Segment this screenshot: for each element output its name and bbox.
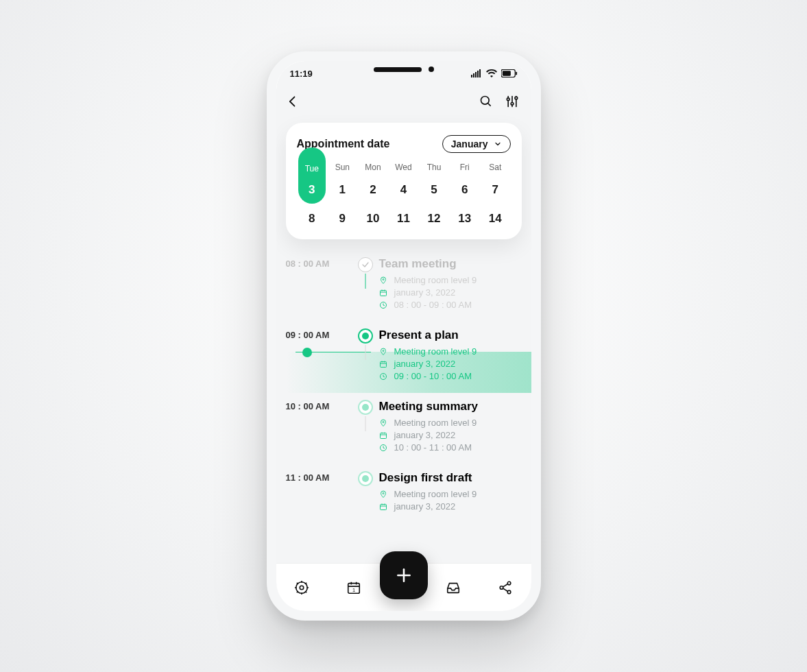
svg-rect-2 [475,72,477,77]
clock-icon [379,372,387,381]
bottom-nav: 1 [276,563,531,611]
timeline-row[interactable]: 08 : 00 AM Team meeting Meeting room lev… [276,253,531,324]
clock-icon [379,301,387,309]
day-number[interactable]: 8 [297,208,328,230]
day-number[interactable]: 14 [480,208,511,230]
calendar-selected-col[interactable]: Tue 3 [297,163,328,201]
timeline-row[interactable]: 11 : 00 AM Design first draft Meeting ro… [276,467,531,526]
add-button[interactable] [380,551,428,599]
time-label: 11 : 00 AM [286,471,352,483]
pin-icon [379,276,387,285]
screen: 11:19 [276,61,531,611]
event-date: january 3, 2022 [394,359,456,369]
notch [374,67,434,72]
svg-point-22 [383,350,384,351]
plus-icon [395,566,413,584]
svg-rect-17 [380,290,386,296]
event-title: Meeting summary [379,400,522,413]
phone-mockup: 11:19 [267,51,541,621]
svg-text:1: 1 [352,586,355,592]
svg-line-60 [503,588,507,591]
chevron-down-icon [494,140,502,148]
day-number[interactable]: 12 [419,208,450,230]
status-bar: 11:19 [276,61,531,86]
calendar-icon [379,289,387,297]
calendar-grid: Sun Mon Tue 3 Wed Thu Fri Sat 1 2 4 5 6 … [297,163,511,230]
day-number[interactable]: 13 [449,208,480,230]
svg-point-15 [515,97,518,99]
time-label: 10 : 00 AM [286,400,352,411]
day-number[interactable]: 1 [327,179,358,201]
svg-point-16 [383,278,384,280]
event-location: Meeting room level 9 [394,275,477,285]
event-date: january 3, 2022 [394,501,456,512]
battery-icon [501,69,518,77]
day-number[interactable]: 4 [388,179,419,201]
svg-point-34 [383,492,384,494]
svg-rect-35 [380,504,386,509]
event-range: 10 : 00 - 11 : 00 AM [394,442,472,453]
filter-icon[interactable] [505,95,519,108]
dow: Wed [388,163,419,172]
dow: Fri [449,163,480,172]
day-number: 3 [297,179,328,201]
event-range: 08 : 00 - 09 : 00 AM [394,300,472,310]
event-location: Meeting room level 9 [394,346,477,357]
month-label: January [451,139,488,149]
top-bar [276,86,531,117]
back-button[interactable] [286,95,300,108]
dow: Thu [419,163,450,172]
svg-point-11 [507,98,509,101]
day-number[interactable]: 2 [358,179,389,201]
month-selector[interactable]: January [442,135,511,153]
day-number[interactable]: 5 [419,179,450,201]
event-location: Meeting room level 9 [394,418,477,428]
svg-line-59 [503,584,507,587]
event-date: january 3, 2022 [394,287,456,298]
nav-calendar[interactable]: 1 [328,580,380,595]
calendar-icon [379,360,387,368]
event-location: Meeting room level 9 [394,489,477,499]
share-icon [498,580,513,595]
search-icon[interactable] [479,95,493,108]
svg-point-13 [511,103,514,106]
calendar-icon [379,431,387,440]
status-upcoming-icon [358,471,373,486]
signal-icon [471,69,482,77]
wifi-icon [486,69,497,77]
calendar-nav-icon: 1 [346,580,361,595]
pin-icon [379,490,387,499]
svg-line-9 [487,104,490,106]
event-title: Team meeting [379,257,522,271]
nav-share[interactable] [479,580,531,595]
day-number[interactable]: 11 [388,208,419,230]
svg-rect-3 [477,71,479,77]
pin-icon [379,419,387,427]
svg-rect-29 [380,433,386,438]
gear-icon [294,580,309,595]
day-number[interactable]: 10 [358,208,389,230]
day-number[interactable]: 6 [449,179,480,201]
svg-rect-0 [471,75,472,77]
clock-icon [379,444,387,452]
event-title: Present a plan [379,328,522,342]
nav-inbox[interactable] [428,580,480,595]
svg-rect-4 [479,69,481,77]
status-active-icon [358,328,373,344]
svg-rect-7 [516,72,517,75]
timeline-row[interactable]: 09 : 00 AM Present a plan Meeting room l… [276,324,531,396]
dow: Sat [480,163,511,172]
timeline-row[interactable]: 10 : 00 AM Meeting summary Meeting room … [276,396,531,467]
now-indicator [302,348,312,357]
calendar-card: Appointment date January Sun Mon Tue 3 W… [286,123,522,239]
svg-point-8 [481,97,489,105]
status-upcoming-icon [358,400,373,415]
nav-settings[interactable] [276,580,328,595]
calendar-icon [379,503,387,511]
pin-icon [379,348,387,356]
dow: Tue [297,163,328,173]
time-label: 08 : 00 AM [286,257,352,269]
svg-rect-23 [380,361,386,367]
day-number[interactable]: 9 [327,208,358,230]
day-number[interactable]: 7 [480,179,511,201]
